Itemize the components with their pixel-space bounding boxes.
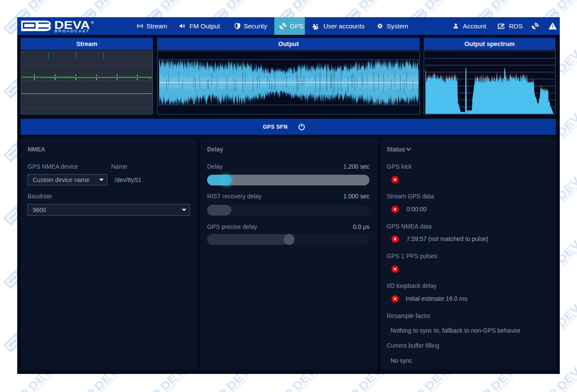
svg-text:BROADCAST: BROADCAST — [55, 29, 90, 33]
svg-text:®: ® — [91, 20, 94, 25]
